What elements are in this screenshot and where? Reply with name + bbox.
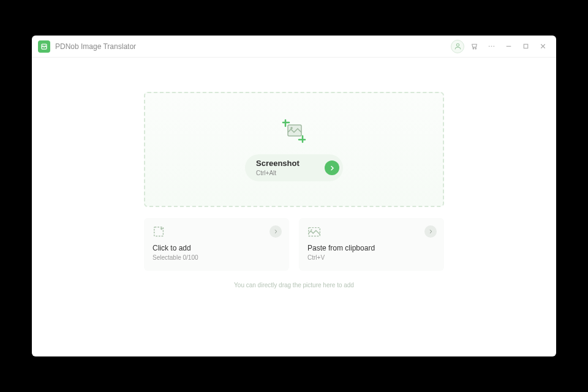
svg-point-12 [290, 127, 293, 129]
svg-rect-8 [524, 44, 528, 48]
drag-hint-text: You can directly drag the picture here t… [234, 282, 354, 288]
svg-point-15 [311, 229, 312, 230]
add-image-icon [153, 225, 281, 239]
click-to-add-subtitle: Selectable 0/100 [153, 254, 281, 261]
main-content: Screenshot Ctrl+Alt Click to add Selecta… [32, 58, 556, 356]
click-to-add-card[interactable]: Click to add Selectable 0/100 [144, 218, 289, 271]
app-logo-icon [38, 40, 50, 53]
svg-point-5 [491, 46, 492, 47]
titlebar: PDNob Image Translator [32, 36, 556, 58]
screenshot-go-button[interactable] [325, 160, 339, 175]
paste-clipboard-card[interactable]: Paste from clipboard Ctrl+V [299, 218, 444, 271]
click-to-add-title: Click to add [153, 244, 281, 252]
screenshot-action-pill[interactable]: Screenshot Ctrl+Alt [245, 154, 343, 181]
more-menu-button[interactable] [484, 39, 499, 54]
svg-point-6 [493, 46, 494, 47]
clipboard-image-icon [307, 225, 435, 239]
crop-screenshot-icon [281, 118, 307, 147]
cart-button[interactable] [467, 39, 481, 54]
maximize-button[interactable] [518, 39, 533, 54]
svg-point-4 [488, 46, 489, 47]
paste-clipboard-title: Paste from clipboard [307, 244, 435, 252]
paste-clipboard-go-button[interactable] [424, 225, 437, 238]
close-button[interactable] [535, 39, 550, 54]
action-cards-row: Click to add Selectable 0/100 Paste from… [144, 218, 444, 271]
app-window: PDNob Image Translator [32, 36, 556, 356]
minimize-button[interactable] [501, 39, 516, 54]
svg-point-3 [475, 48, 476, 49]
screenshot-shortcut: Ctrl+Alt [256, 170, 300, 176]
app-title: PDNob Image Translator [55, 42, 136, 51]
screenshot-dropzone[interactable]: Screenshot Ctrl+Alt [144, 92, 444, 207]
click-to-add-go-button[interactable] [270, 225, 282, 238]
svg-point-1 [456, 43, 459, 46]
paste-clipboard-subtitle: Ctrl+V [307, 254, 435, 261]
user-account-button[interactable] [451, 40, 464, 53]
screenshot-label: Screenshot [256, 159, 300, 168]
svg-point-2 [473, 48, 474, 49]
